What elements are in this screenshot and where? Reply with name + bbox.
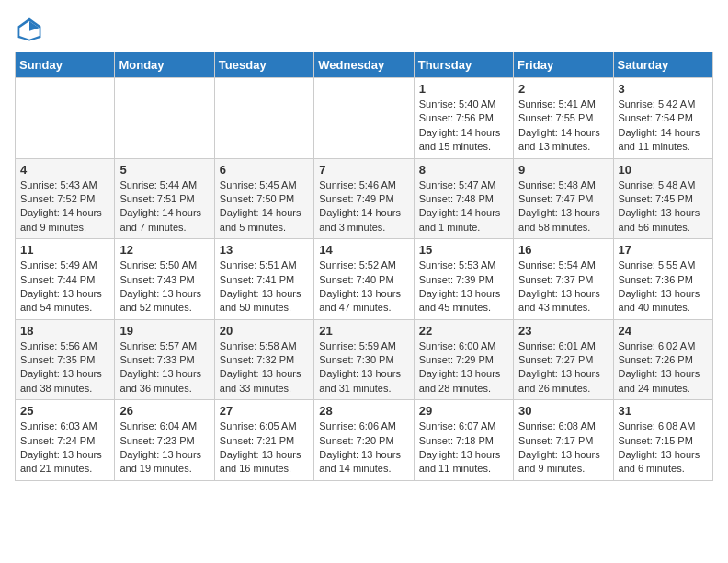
calendar-cell: 29Sunrise: 6:07 AM Sunset: 7:18 PM Dayli… (414, 400, 513, 481)
calendar-cell: 18Sunrise: 5:56 AM Sunset: 7:35 PM Dayli… (16, 319, 115, 400)
header (15, 15, 713, 44)
calendar-cell: 15Sunrise: 5:53 AM Sunset: 7:39 PM Dayli… (414, 239, 513, 320)
day-info: Sunrise: 5:42 AM Sunset: 7:54 PM Dayligh… (619, 98, 708, 155)
day-number: 21 (319, 324, 408, 338)
calendar-cell: 6Sunrise: 5:45 AM Sunset: 7:50 PM Daylig… (214, 158, 313, 239)
calendar-cell: 12Sunrise: 5:50 AM Sunset: 7:43 PM Dayli… (115, 239, 214, 320)
day-info: Sunrise: 6:03 AM Sunset: 7:24 PM Dayligh… (20, 419, 109, 477)
calendar-cell: 17Sunrise: 5:55 AM Sunset: 7:36 PM Dayli… (613, 239, 712, 320)
calendar-cell (16, 78, 115, 159)
calendar-cell: 27Sunrise: 6:05 AM Sunset: 7:21 PM Dayli… (214, 400, 313, 481)
day-number: 14 (319, 243, 408, 257)
day-info: Sunrise: 6:08 AM Sunset: 7:17 PM Dayligh… (518, 419, 608, 477)
day-info: Sunrise: 5:44 AM Sunset: 7:51 PM Dayligh… (119, 178, 209, 236)
calendar-cell: 21Sunrise: 5:59 AM Sunset: 7:30 PM Dayli… (314, 319, 414, 400)
day-number: 26 (119, 404, 209, 418)
calendar-week-row: 1Sunrise: 5:40 AM Sunset: 7:56 PM Daylig… (16, 78, 713, 159)
calendar-cell: 3Sunrise: 5:42 AM Sunset: 7:54 PM Daylig… (613, 78, 712, 159)
day-number: 17 (619, 243, 708, 257)
day-info: Sunrise: 5:55 AM Sunset: 7:36 PM Dayligh… (619, 259, 708, 316)
day-header-friday: Friday (514, 52, 613, 78)
calendar-cell: 20Sunrise: 5:58 AM Sunset: 7:32 PM Dayli… (214, 319, 313, 400)
day-info: Sunrise: 6:01 AM Sunset: 7:27 PM Dayligh… (518, 339, 608, 396)
day-number: 12 (119, 243, 209, 257)
day-info: Sunrise: 5:48 AM Sunset: 7:45 PM Dayligh… (619, 178, 708, 236)
day-number: 1 (419, 82, 508, 96)
calendar-cell (314, 78, 414, 159)
day-info: Sunrise: 5:52 AM Sunset: 7:40 PM Dayligh… (319, 259, 408, 316)
day-number: 6 (220, 163, 309, 177)
day-info: Sunrise: 6:05 AM Sunset: 7:21 PM Dayligh… (220, 419, 309, 477)
day-info: Sunrise: 6:02 AM Sunset: 7:26 PM Dayligh… (619, 339, 708, 396)
day-header-sunday: Sunday (16, 52, 115, 78)
day-info: Sunrise: 5:59 AM Sunset: 7:30 PM Dayligh… (319, 339, 408, 396)
day-info: Sunrise: 5:41 AM Sunset: 7:55 PM Dayligh… (518, 98, 608, 155)
calendar-cell: 31Sunrise: 6:08 AM Sunset: 7:15 PM Dayli… (613, 400, 712, 481)
day-info: Sunrise: 5:56 AM Sunset: 7:35 PM Dayligh… (20, 339, 109, 396)
logo-icon (15, 15, 44, 44)
day-info: Sunrise: 5:48 AM Sunset: 7:47 PM Dayligh… (518, 178, 608, 236)
day-number: 15 (419, 243, 508, 257)
day-header-monday: Monday (115, 52, 214, 78)
day-number: 27 (220, 404, 309, 418)
day-number: 2 (518, 82, 608, 96)
day-number: 29 (419, 404, 508, 418)
day-number: 31 (619, 404, 708, 418)
calendar-cell: 10Sunrise: 5:48 AM Sunset: 7:45 PM Dayli… (613, 158, 712, 239)
calendar-cell: 28Sunrise: 6:06 AM Sunset: 7:20 PM Dayli… (314, 400, 414, 481)
day-number: 19 (119, 324, 209, 338)
calendar-cell: 30Sunrise: 6:08 AM Sunset: 7:17 PM Dayli… (514, 400, 613, 481)
day-number: 28 (319, 404, 408, 418)
day-number: 18 (20, 324, 109, 338)
day-info: Sunrise: 6:07 AM Sunset: 7:18 PM Dayligh… (419, 419, 508, 477)
calendar-cell: 1Sunrise: 5:40 AM Sunset: 7:56 PM Daylig… (414, 78, 513, 159)
calendar-cell: 2Sunrise: 5:41 AM Sunset: 7:55 PM Daylig… (514, 78, 613, 159)
day-info: Sunrise: 5:49 AM Sunset: 7:44 PM Dayligh… (20, 259, 109, 316)
calendar-cell: 26Sunrise: 6:04 AM Sunset: 7:23 PM Dayli… (115, 400, 214, 481)
calendar-cell: 19Sunrise: 5:57 AM Sunset: 7:33 PM Dayli… (115, 319, 214, 400)
calendar-cell (214, 78, 313, 159)
day-number: 3 (619, 82, 708, 96)
day-number: 9 (518, 163, 608, 177)
calendar-week-row: 11Sunrise: 5:49 AM Sunset: 7:44 PM Dayli… (16, 239, 713, 320)
calendar-header-row: SundayMondayTuesdayWednesdayThursdayFrid… (16, 52, 713, 78)
day-info: Sunrise: 5:51 AM Sunset: 7:41 PM Dayligh… (220, 259, 309, 316)
day-header-thursday: Thursday (414, 52, 513, 78)
day-info: Sunrise: 5:50 AM Sunset: 7:43 PM Dayligh… (119, 259, 209, 316)
calendar-table: SundayMondayTuesdayWednesdayThursdayFrid… (15, 52, 713, 481)
calendar-week-row: 4Sunrise: 5:43 AM Sunset: 7:52 PM Daylig… (16, 158, 713, 239)
day-number: 30 (518, 404, 608, 418)
day-info: Sunrise: 5:53 AM Sunset: 7:39 PM Dayligh… (419, 259, 508, 316)
calendar-cell: 24Sunrise: 6:02 AM Sunset: 7:26 PM Dayli… (613, 319, 712, 400)
day-number: 16 (518, 243, 608, 257)
day-number: 4 (20, 163, 109, 177)
day-number: 20 (220, 324, 309, 338)
calendar-cell: 4Sunrise: 5:43 AM Sunset: 7:52 PM Daylig… (16, 158, 115, 239)
day-header-tuesday: Tuesday (214, 52, 313, 78)
day-info: Sunrise: 5:57 AM Sunset: 7:33 PM Dayligh… (119, 339, 209, 396)
day-info: Sunrise: 5:40 AM Sunset: 7:56 PM Dayligh… (419, 98, 508, 155)
logo (15, 15, 48, 44)
calendar-cell: 22Sunrise: 6:00 AM Sunset: 7:29 PM Dayli… (414, 319, 513, 400)
calendar-cell: 9Sunrise: 5:48 AM Sunset: 7:47 PM Daylig… (514, 158, 613, 239)
day-number: 8 (419, 163, 508, 177)
calendar-cell: 23Sunrise: 6:01 AM Sunset: 7:27 PM Dayli… (514, 319, 613, 400)
day-number: 11 (20, 243, 109, 257)
day-info: Sunrise: 5:46 AM Sunset: 7:49 PM Dayligh… (319, 178, 408, 236)
calendar-cell: 16Sunrise: 5:54 AM Sunset: 7:37 PM Dayli… (514, 239, 613, 320)
day-info: Sunrise: 6:04 AM Sunset: 7:23 PM Dayligh… (119, 419, 209, 477)
calendar-cell: 25Sunrise: 6:03 AM Sunset: 7:24 PM Dayli… (16, 400, 115, 481)
day-info: Sunrise: 6:08 AM Sunset: 7:15 PM Dayligh… (619, 419, 708, 477)
day-info: Sunrise: 5:58 AM Sunset: 7:32 PM Dayligh… (220, 339, 309, 396)
calendar-cell: 8Sunrise: 5:47 AM Sunset: 7:48 PM Daylig… (414, 158, 513, 239)
day-number: 24 (619, 324, 708, 338)
day-info: Sunrise: 5:45 AM Sunset: 7:50 PM Dayligh… (220, 178, 309, 236)
day-number: 5 (119, 163, 209, 177)
day-info: Sunrise: 6:00 AM Sunset: 7:29 PM Dayligh… (419, 339, 508, 396)
day-number: 25 (20, 404, 109, 418)
day-header-saturday: Saturday (613, 52, 712, 78)
day-number: 13 (220, 243, 309, 257)
day-info: Sunrise: 5:43 AM Sunset: 7:52 PM Dayligh… (20, 178, 109, 236)
day-info: Sunrise: 5:47 AM Sunset: 7:48 PM Dayligh… (419, 178, 508, 236)
calendar-cell: 13Sunrise: 5:51 AM Sunset: 7:41 PM Dayli… (214, 239, 313, 320)
